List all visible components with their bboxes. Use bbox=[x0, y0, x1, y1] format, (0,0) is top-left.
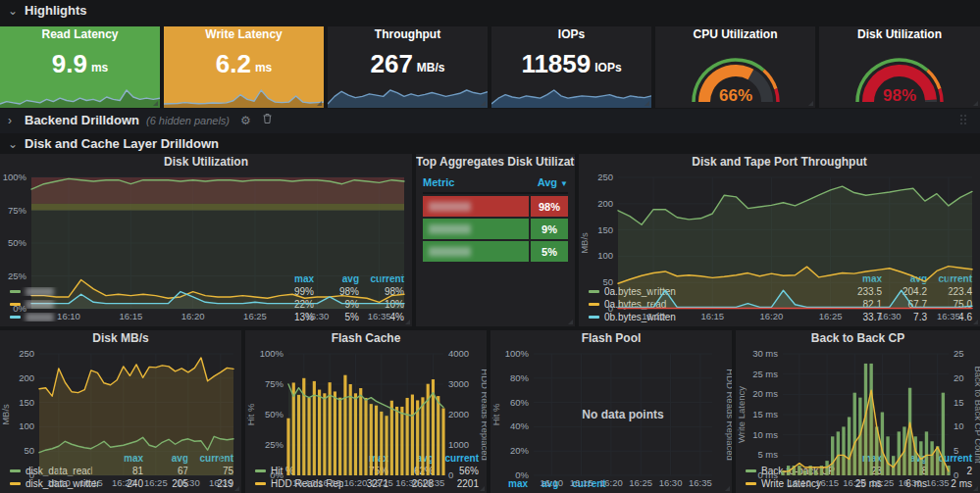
svg-text:50: 50 bbox=[24, 445, 34, 456]
svg-text:50%: 50% bbox=[8, 237, 27, 248]
chart-canvas: 0%25%50%75%100%0100020003000400016:1016:… bbox=[245, 347, 487, 490]
svg-text:16:10: 16:10 bbox=[540, 477, 563, 488]
svg-text:150: 150 bbox=[597, 224, 613, 235]
svg-text:16:20: 16:20 bbox=[181, 311, 205, 321]
svg-text:60%: 60% bbox=[510, 397, 530, 408]
svg-text:16:35: 16:35 bbox=[937, 311, 960, 321]
gear-icon[interactable]: ⚙ bbox=[240, 114, 251, 127]
svg-text:25%: 25% bbox=[265, 439, 284, 450]
row-highlights[interactable]: ⌄ Highlights bbox=[8, 3, 87, 18]
stat-value: 6.2ms bbox=[164, 43, 324, 84]
svg-text:200: 200 bbox=[19, 372, 34, 383]
stat-value: 267MB/s bbox=[328, 43, 488, 84]
panel-title[interactable]: Back to Back CP bbox=[736, 330, 980, 347]
svg-text:16:10: 16:10 bbox=[642, 311, 665, 321]
svg-text:16:15: 16:15 bbox=[570, 477, 593, 488]
table-row[interactable]: █████████5% bbox=[423, 241, 568, 262]
svg-text:0: 0 bbox=[29, 469, 34, 480]
panel-title[interactable]: Disk Utilization bbox=[819, 26, 980, 43]
svg-text:75%: 75% bbox=[8, 205, 27, 216]
stat-value: 9.9ms bbox=[0, 43, 160, 84]
resize-handle[interactable] bbox=[480, 486, 485, 491]
resize-handle[interactable] bbox=[234, 486, 239, 491]
svg-text:Write Latency: Write Latency bbox=[736, 386, 747, 443]
svg-text:25 ms: 25 ms bbox=[752, 369, 778, 379]
panel-title[interactable]: Disk MB/s bbox=[0, 330, 241, 347]
resize-handle[interactable] bbox=[808, 101, 813, 106]
resize-handle[interactable] bbox=[317, 101, 322, 106]
panel-title[interactable]: CPU Utilization bbox=[655, 26, 815, 43]
panel-flash-cache: Flash Cache 0%25%50%75%100%0100020003000… bbox=[245, 330, 487, 493]
panel-iops: IOPs 11859IOPs bbox=[491, 26, 651, 108]
panel-back-to-back-cp: Back to Back CP 0 ms5 ms10 ms15 ms20 ms2… bbox=[736, 330, 980, 493]
chart-disk-tape-throughput[interactable]: 05010015020025016:1016:1516:2016:2516:30… bbox=[579, 171, 980, 272]
panel-title[interactable]: Disk and Tape Port Throughput bbox=[579, 154, 980, 171]
table-row[interactable]: █████████9% bbox=[423, 219, 568, 239]
svg-text:20%: 20% bbox=[510, 445, 530, 456]
svg-text:HDD Reads Replaced: HDD Reads Replaced bbox=[725, 369, 732, 460]
chart-back-to-back-cp[interactable]: 0 ms5 ms10 ms15 ms20 ms25 ms30 ms0510152… bbox=[736, 347, 980, 452]
svg-text:98%: 98% bbox=[883, 86, 916, 105]
panel-title[interactable]: Read Latency bbox=[0, 26, 160, 43]
chart-flash-cache[interactable]: 0%25%50%75%100%0100020003000400016:1016:… bbox=[245, 347, 487, 452]
svg-text:40%: 40% bbox=[510, 420, 530, 431]
svg-text:No data points: No data points bbox=[582, 408, 664, 421]
svg-text:16:35: 16:35 bbox=[368, 311, 391, 321]
svg-text:4000: 4000 bbox=[448, 348, 469, 359]
panel-title[interactable]: Write Latency bbox=[164, 26, 324, 43]
panel-title[interactable]: Throughput bbox=[328, 26, 488, 43]
chart-canvas: 0%25%50%75%100%16:1016:1516:2016:2516:30… bbox=[0, 171, 412, 323]
resize-handle[interactable] bbox=[725, 486, 730, 491]
cpu-gauge: 66% bbox=[655, 43, 815, 108]
svg-text:16:35: 16:35 bbox=[689, 477, 712, 488]
panel-title[interactable]: Top Aggregates Disk Utilization bbox=[416, 154, 575, 171]
table-header[interactable]: MetricAvg▼ bbox=[423, 173, 568, 194]
svg-text:2000: 2000 bbox=[448, 409, 469, 419]
resize-handle[interactable] bbox=[973, 486, 978, 491]
svg-text:16:35: 16:35 bbox=[422, 477, 445, 488]
table-row[interactable]: █████████98% bbox=[423, 196, 568, 217]
resize-handle[interactable] bbox=[481, 101, 486, 106]
resize-handle[interactable] bbox=[405, 320, 410, 324]
svg-text:25: 25 bbox=[954, 348, 964, 359]
svg-text:16:25: 16:25 bbox=[629, 477, 652, 488]
grafana-dashboard: ⌄ Highlights Read Latency 9.9ms Write La… bbox=[0, 0, 980, 493]
svg-text:100%: 100% bbox=[3, 172, 27, 182]
chevron-down-icon: ⌄ bbox=[8, 4, 18, 18]
panel-title[interactable]: IOPs bbox=[491, 26, 651, 43]
row-title: Backend Drilldown bbox=[25, 113, 139, 127]
svg-text:16:10: 16:10 bbox=[788, 477, 811, 488]
svg-text:100: 100 bbox=[19, 420, 34, 431]
row-drag-handle[interactable] bbox=[960, 115, 970, 126]
svg-text:Hit %: Hit % bbox=[245, 403, 256, 425]
panel-disk-utilization-gauge: Disk Utilization 98% bbox=[819, 26, 980, 108]
svg-text:16:25: 16:25 bbox=[871, 477, 895, 488]
row-backend-drilldown[interactable]: › Backend Drilldown (6 hidden panels) ⚙ bbox=[8, 113, 273, 127]
chart-disk-mbs[interactable]: 05010015020025016:1016:1516:2016:2516:30… bbox=[0, 347, 241, 452]
svg-text:0 ms: 0 ms bbox=[757, 469, 778, 480]
chart-disk-utilization[interactable]: 0%25%50%75%100%16:1016:1516:2016:2516:30… bbox=[0, 171, 412, 272]
svg-text:16:10: 16:10 bbox=[47, 477, 71, 488]
svg-text:0: 0 bbox=[448, 469, 453, 480]
chart-flash-pool[interactable]: 0%20%40%60%80%100%16:1016:1516:2016:2516… bbox=[490, 347, 732, 477]
chart-canvas: 05010015020025016:1016:1516:2016:2516:30… bbox=[579, 171, 980, 323]
sort-desc-icon: ▼ bbox=[560, 179, 568, 188]
svg-text:Hit %: Hit % bbox=[490, 403, 501, 425]
row-disk-cache-drilldown[interactable]: ⌄ Disk and Cache Layer Drilldown bbox=[8, 136, 219, 151]
trash-icon[interactable] bbox=[262, 113, 273, 127]
resize-handle[interactable] bbox=[645, 101, 649, 106]
gauge-canvas: 98% bbox=[826, 47, 973, 106]
resize-handle[interactable] bbox=[153, 101, 158, 106]
hidden-panels-note: (6 hidden panels) bbox=[146, 115, 230, 126]
resize-handle[interactable] bbox=[973, 101, 978, 106]
panel-title[interactable]: Flash Pool bbox=[490, 330, 732, 347]
panel-disk-utilization-graph: Disk Utilization 0%25%50%75%100%16:1016:… bbox=[0, 154, 412, 326]
svg-text:50: 50 bbox=[602, 276, 613, 287]
svg-text:16:10: 16:10 bbox=[57, 311, 80, 321]
svg-text:16:20: 16:20 bbox=[843, 477, 866, 488]
panel-title[interactable]: Flash Cache bbox=[245, 330, 487, 347]
resize-handle[interactable] bbox=[973, 320, 978, 324]
row-title: Highlights bbox=[25, 3, 87, 18]
resize-handle[interactable] bbox=[568, 320, 573, 324]
panel-title[interactable]: Disk Utilization bbox=[0, 154, 412, 171]
